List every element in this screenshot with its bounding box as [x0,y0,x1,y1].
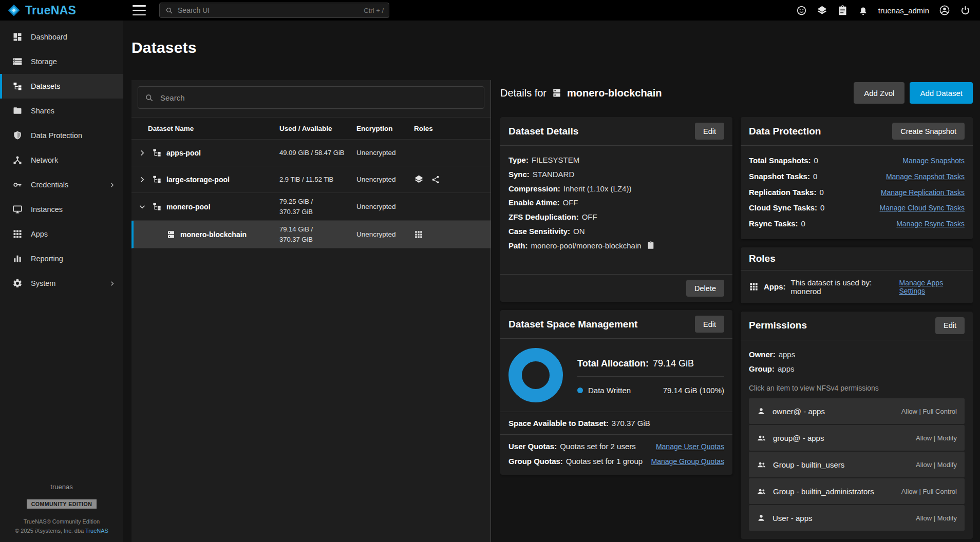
add-dataset-button[interactable]: Add Dataset [910,82,973,104]
permission-item-builtin-users[interactable]: Group - builtin_users Allow | Modify [749,452,965,477]
user-quotas-row: User Quotas:Quotas set for 2 users Manag… [500,439,732,454]
sidebar-item-shares[interactable]: Shares [0,99,123,123]
field-case-sensitivity: Case Sensitivity:ON [508,224,724,239]
replication-tasks-row: Replication Tasks:0 Manage Replication T… [749,185,965,201]
layers-icon [414,175,424,184]
sidebar-item-data-protection[interactable]: Data Protection [0,123,123,148]
dataset-tree-panel: Dataset Name Used / Available Encryption… [131,80,491,542]
legend-label: Data Written [588,386,631,395]
apps-grid-icon [414,230,423,239]
sidebar-item-storage[interactable]: Storage [0,49,123,74]
card-title: Permissions [749,320,807,331]
sidebar-item-network[interactable]: Network [0,148,123,172]
chevron-right-icon [108,280,116,287]
topbar-actions: truenas_admin [796,5,980,16]
expand-chevron-right-icon[interactable] [138,175,152,184]
permission-item-owner[interactable]: owner@ - apps Allow | Full Control [749,398,965,424]
sidebar-toggle-icon[interactable] [133,5,146,15]
permission-item-group-at[interactable]: group@ - apps Allow | Modify [749,425,965,451]
truenas-footer-link[interactable]: TrueNAS [85,528,108,534]
chevron-right-icon [108,181,116,189]
table-row-large-storage-pool[interactable]: large-storage-pool 2.9 TiB / 11.52 TiB U… [131,166,491,193]
dataset-icon [166,230,176,239]
dataset-search-input[interactable] [160,93,478,102]
create-snapshot-button[interactable]: Create Snapshot [892,123,965,140]
pool-tree-icon [152,175,162,184]
sidebar-item-reporting[interactable]: Reporting [0,246,123,271]
global-search-input[interactable] [178,6,360,14]
edit-dataset-details-button[interactable]: Edit [695,123,724,140]
manage-apps-settings-link[interactable]: Manage Apps Settings [899,279,965,295]
total-allocation: Total Allocation:79.14 GiB [577,356,724,377]
used-available: 79.25 GiB / 370.37 GiB [279,193,356,220]
sidebar-item-datasets[interactable]: Datasets [0,74,123,99]
field-zfs-deduplication: ZFS Deduplication:OFF [508,210,724,224]
roles-card: Roles Apps: This dataset is used by: mon… [741,247,973,303]
truenas-logo[interactable]: TrueNAS [0,4,123,17]
card-title: Roles [749,253,776,264]
sidebar-item-credentials[interactable]: Credentials [0,172,123,197]
table-row-apps-pool[interactable]: apps-pool 49.09 GiB / 58.47 GiB Unencryp… [131,140,491,166]
sidebar-item-instances[interactable]: Instances [0,197,123,222]
manage-user-quotas-link[interactable]: Manage User Quotas [656,442,724,451]
manage-cloud-sync-tasks-link[interactable]: Manage Cloud Sync Tasks [880,201,965,216]
sidebar-item-label: Dashboard [31,33,67,41]
expand-chevron-right-icon[interactable] [138,148,152,158]
apps-grid-icon [12,229,23,239]
used-available: 2.9 TiB / 11.52 TiB [279,171,356,188]
pool-tree-icon [152,202,162,211]
sidebar-item-label: Credentials [31,181,68,189]
edit-permissions-button[interactable]: Edit [935,317,965,334]
edit-space-button[interactable]: Edit [695,316,724,333]
sidebar-item-dashboard[interactable]: Dashboard [0,25,123,49]
sidebar-item-apps[interactable]: Apps [0,222,123,246]
table-header: Dataset Name Used / Available Encryption… [131,117,491,140]
manage-snapshot-tasks-link[interactable]: Manage Snapshot Tasks [886,169,965,184]
delete-dataset-button[interactable]: Delete [686,280,724,297]
manage-snapshots-link[interactable]: Manage Snapshots [902,153,965,168]
hostname-label: truenas [0,483,123,491]
search-shortcut-hint: Ctrl + / [364,7,384,14]
manage-rsync-tasks-link[interactable]: Manage Rsync Tasks [896,217,965,231]
manage-replication-tasks-link[interactable]: Manage Replication Tasks [881,185,965,200]
dataset-search[interactable] [138,86,484,109]
jobs-clipboard-icon[interactable] [837,5,848,16]
folder-icon [12,106,23,116]
feedback-icon[interactable] [796,5,807,16]
field-sync: Sync:STANDARD [508,167,724,182]
main-content: Datasets Dataset Name Used / Available E… [123,21,980,542]
manage-group-quotas-link[interactable]: Manage Group Quotas [651,457,724,466]
rsync-tasks-row: Rsync Tasks:0 Manage Rsync Tasks [749,216,965,232]
encryption-state: Unencrypted [356,203,414,210]
column-used-available: Used / Available [279,125,356,132]
layers-icon[interactable] [817,5,827,16]
details-left-column: Dataset Details Edit Type:FILESYSTEM Syn… [500,117,732,475]
collapse-chevron-down-icon[interactable] [138,202,152,211]
field-path: Path:monero-pool/monero-blockchain [508,239,724,253]
dataset-details-card: Dataset Details Edit Type:FILESYSTEM Syn… [500,117,732,302]
apps-grid-icon [749,282,759,292]
encryption-state: Unencrypted [356,149,414,157]
column-encryption: Encryption [356,125,414,132]
storage-icon [12,56,23,67]
search-icon [165,6,174,15]
copy-path-icon[interactable] [647,241,655,249]
username-label[interactable]: truenas_admin [878,6,929,15]
card-title: Dataset Details [508,126,578,137]
details-header: Details for monero-blockchain Add Zvol A… [500,82,973,104]
notifications-bell-icon[interactable] [858,5,869,16]
permission-item-builtin-administrators[interactable]: Group - builtin_administrators Allow | F… [749,478,965,504]
sidebar-item-system[interactable]: System [0,271,123,296]
power-icon[interactable] [960,5,971,16]
permission-item-user-apps[interactable]: User - apps Allow | Modify [749,505,965,531]
column-dataset-name: Dataset Name [138,125,279,132]
total-snapshots-row: Total Snapshots:0 Manage Snapshots [749,153,965,169]
group-quotas-row: Group Quotas:Quotas set for 1 group Mana… [500,454,732,469]
encryption-state: Unencrypted [356,176,414,183]
monitor-icon [12,204,23,215]
account-icon[interactable] [939,5,950,16]
global-search[interactable]: Ctrl + / [159,3,389,18]
add-zvol-button[interactable]: Add Zvol [854,82,904,104]
table-row-monero-blockchain[interactable]: monero-blockchain 79.14 GiB / 370.37 GiB… [131,221,491,248]
table-row-monero-pool[interactable]: monero-pool 79.25 GiB / 370.37 GiB Unenc… [131,193,491,221]
